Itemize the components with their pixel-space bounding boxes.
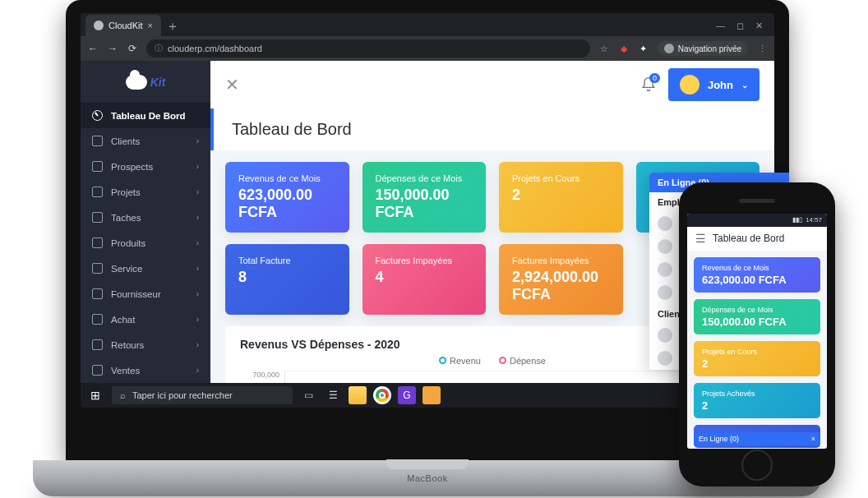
- nav-forward-button[interactable]: →: [107, 43, 118, 54]
- incognito-badge[interactable]: Navigation privée: [658, 41, 748, 56]
- sidebar-item-icon: [92, 365, 103, 376]
- nav-back-button[interactable]: ←: [87, 43, 99, 54]
- sidebar-item-3[interactable]: Projets›: [81, 179, 210, 205]
- nav-reload-button[interactable]: ⟳: [127, 43, 138, 54]
- stat-card[interactable]: Factures Impayées2,924,000.00 FCFA: [499, 244, 623, 315]
- sidebar: Kit Tableau De BordClients›Prospects›Pro…: [81, 61, 210, 383]
- chart-plot: [284, 371, 745, 383]
- notifications-button[interactable]: 0: [640, 76, 657, 93]
- phone-stat-card[interactable]: Dépenses de ce Mois150,000.00 FCFA: [694, 299, 820, 334]
- incognito-icon: [664, 44, 674, 53]
- stat-card-label: Dépenses de ce Mois: [376, 173, 473, 183]
- phone-status-bar: ▮▮▯ 14:57: [687, 214, 827, 227]
- notification-count: 0: [649, 73, 660, 83]
- extension-puzzle-icon[interactable]: ✦: [638, 43, 649, 54]
- phone-online-label: En Ligne (0): [699, 435, 739, 443]
- sidebar-item-4[interactable]: Taches›: [81, 205, 210, 230]
- taskbar-app-purple-icon[interactable]: G: [398, 386, 416, 404]
- brand-logo[interactable]: Kit: [81, 61, 210, 103]
- sidebar-item-icon: [92, 110, 103, 121]
- sidebar-item-10[interactable]: Ventes›: [81, 357, 210, 383]
- phone-cards: Revenus de ce Mois623,000.00 FCFADépense…: [687, 251, 827, 449]
- phone-stat-card-value: 2: [702, 357, 812, 370]
- taskview-icon[interactable]: ▭: [299, 386, 317, 404]
- stat-card-value: 4: [376, 269, 473, 286]
- taskbar-search-placeholder: Taper ici pour rechercher: [132, 390, 233, 400]
- sidebar-item-6[interactable]: Service›: [81, 256, 210, 281]
- user-menu-button[interactable]: John ⌄: [668, 68, 760, 101]
- browser-tab[interactable]: CloudKit ×: [85, 15, 161, 36]
- sidebar-item-icon: [92, 161, 103, 172]
- sidebar-item-1[interactable]: Clients›: [81, 128, 210, 154]
- sidebar-item-icon: [92, 288, 103, 299]
- phone-online-close-icon[interactable]: ×: [811, 435, 815, 443]
- cloud-icon: [126, 75, 147, 90]
- file-explorer-icon[interactable]: [349, 386, 367, 404]
- avatar: [658, 351, 672, 366]
- window-maximize-button[interactable]: ◻: [736, 21, 744, 31]
- sidebar-item-5[interactable]: Produits›: [81, 230, 210, 256]
- chevron-right-icon: ›: [196, 264, 199, 273]
- stat-card-value: 150,000.00 FCFA: [376, 187, 473, 221]
- page-title: Tableau de Bord: [232, 120, 756, 139]
- stat-card-label: Revenus de ce Mois: [238, 173, 336, 183]
- stat-card[interactable]: Factures Impayées4: [362, 244, 487, 315]
- sidebar-item-icon: [92, 263, 103, 274]
- chrome-icon[interactable]: [373, 386, 391, 404]
- taskbar-app-orange-icon[interactable]: [422, 386, 441, 404]
- stat-card-label: Total Facture: [238, 256, 336, 265]
- phone-stat-card[interactable]: Projets Achevés2: [694, 383, 820, 418]
- url-field[interactable]: ⓘ clouderp.cm/dashboard: [146, 39, 590, 58]
- phone-stat-card[interactable]: Projets en Cours2: [694, 341, 820, 376]
- phone-stat-card[interactable]: Revenus de ce Mois623,000.00 FCFA: [694, 257, 820, 293]
- phone-stat-card-value: 150,000.00 FCFA: [702, 316, 812, 328]
- tab-close-icon[interactable]: ×: [148, 21, 153, 30]
- chevron-right-icon: ›: [196, 187, 199, 196]
- sidebar-item-7[interactable]: Fournisseur›: [81, 281, 210, 307]
- chevron-down-icon: ⌄: [741, 81, 748, 90]
- start-button[interactable]: ⊞: [85, 389, 105, 402]
- stat-card[interactable]: Revenus de ce Mois623,000.00 FCFA: [225, 162, 349, 233]
- taskbar-generic-icon[interactable]: ☰: [324, 386, 342, 404]
- stat-card[interactable]: Projets en Cours2: [499, 162, 623, 233]
- taskbar-search[interactable]: ⌕ Taper ici pour rechercher: [112, 386, 293, 404]
- menu-toggle-button[interactable]: ✕: [225, 75, 239, 95]
- app-topbar: ✕ 0 John ⌄: [210, 61, 774, 108]
- chevron-right-icon: ›: [196, 340, 199, 349]
- phone-screen: ▮▮▯ 14:57 ☰ Tableau de Bord Revenus de c…: [687, 214, 827, 449]
- new-tab-button[interactable]: ＋: [163, 16, 182, 36]
- site-info-icon: ⓘ: [155, 43, 163, 54]
- stat-card-label: Factures Impayées: [376, 256, 473, 265]
- stat-card[interactable]: Total Facture8: [225, 244, 349, 315]
- phone-stat-card-label: Dépenses de ce Mois: [702, 306, 812, 314]
- avatar: [658, 216, 672, 231]
- sidebar-item-2[interactable]: Prospects›: [81, 154, 210, 179]
- avatar: [680, 75, 699, 95]
- extension-red-icon[interactable]: ◆: [618, 43, 630, 54]
- signal-icon: ▮▮▯: [792, 216, 802, 224]
- window-minimize-button[interactable]: —: [716, 21, 725, 31]
- tab-favicon-icon: [94, 21, 104, 30]
- phone-mock: ▮▮▯ 14:57 ☰ Tableau de Bord Revenus de c…: [679, 182, 835, 486]
- sidebar-item-icon: [92, 136, 103, 146]
- sidebar-item-label: Taches: [111, 213, 141, 223]
- phone-page-title: Tableau de Bord: [713, 233, 784, 244]
- browser-menu-icon[interactable]: ⋮: [756, 43, 768, 54]
- toolbar-extension-icons: ☆ ◆ ✦ Navigation privée ⋮: [598, 41, 768, 56]
- chart-y-axis: 700,000600,000500,000400,000: [240, 371, 284, 383]
- phone-menu-button[interactable]: ☰: [695, 232, 706, 245]
- phone-online-bar[interactable]: En Ligne (0) ×: [694, 432, 820, 445]
- sidebar-item-label: Prospects: [111, 162, 153, 172]
- chevron-right-icon: ›: [196, 289, 199, 298]
- window-close-button[interactable]: ✕: [755, 21, 763, 31]
- sidebar-item-label: Projets: [111, 187, 141, 197]
- bookmark-star-icon[interactable]: ☆: [598, 43, 610, 54]
- sidebar-item-8[interactable]: Achat›: [81, 307, 210, 332]
- sidebar-item-0[interactable]: Tableau De Bord: [81, 103, 210, 128]
- brand-suffix: Kit: [150, 76, 166, 89]
- page-title-row: Tableau de Bord: [210, 108, 774, 150]
- stat-card[interactable]: Dépenses de ce Mois150,000.00 FCFA: [362, 162, 487, 233]
- sidebar-item-label: Clients: [111, 136, 140, 146]
- sidebar-item-9[interactable]: Retours›: [81, 332, 210, 357]
- sidebar-item-label: Fournisseur: [111, 289, 161, 299]
